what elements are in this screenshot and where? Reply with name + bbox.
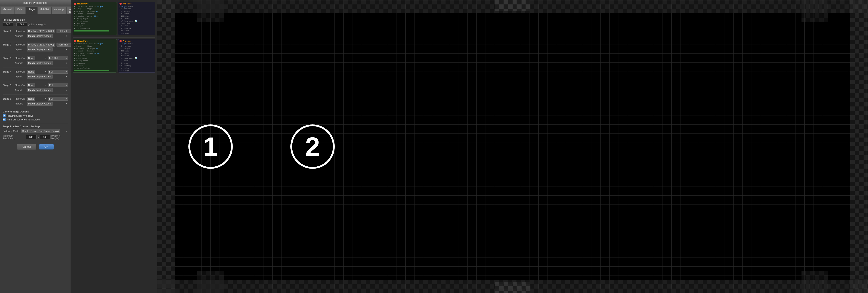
max-width-input[interactable] <box>26 135 37 139</box>
stage-5-display-wrapper: None <box>27 83 47 87</box>
stage-3-aspect-label: Aspect: <box>14 62 26 64</box>
tab-midinet[interactable]: Midi/Net <box>37 7 51 14</box>
size-separator: × <box>14 23 16 26</box>
stage-2-position-select[interactable]: Right Half <box>57 42 71 47</box>
tab-stage[interactable]: Stage <box>26 7 37 14</box>
stage-4-aspect-select[interactable]: Match Display Aspect <box>27 75 53 79</box>
stage-1-position-select[interactable]: Left Half <box>57 29 71 33</box>
mp1-title: Movie Player <box>77 3 89 5</box>
mp1-id: ● 1:0210a movie video out vid-gpu <box>74 5 116 7</box>
proj2-row7: ● 0 blend <box>120 59 154 62</box>
max-height-input[interactable] <box>40 135 51 139</box>
stage-4-position-wrapper: Full <box>48 70 68 74</box>
stage-2-label: Stage 2 <box>3 43 13 46</box>
stage-2-display-select[interactable]: Display 2 (1920 x 1200) <box>27 42 55 47</box>
stage-4-display-wrapper: None <box>27 70 47 74</box>
mp1-row1: ● 1 stage trigger <box>74 7 116 10</box>
mp2-row10: ● perform/optimize <box>74 67 116 69</box>
tab-general[interactable]: General <box>1 7 14 14</box>
mp2-icon <box>74 40 76 42</box>
general-options-title: General Stage Options <box>3 110 68 113</box>
center-top-deco <box>495 0 530 11</box>
proj2-row0: ● vid-gpu video <box>120 43 154 45</box>
mp2-row3: ● 1 speed loop end <box>74 50 116 52</box>
stage-5-position-select[interactable]: Full <box>48 83 68 87</box>
stage-1-position-wrapper: Left Half <box>57 29 71 33</box>
stage-2-place-label: Place On: <box>14 43 26 46</box>
hide-cursor-label: Hide Cursor When Full Screen <box>7 118 40 121</box>
stage-6-position-select[interactable]: Full <box>48 97 68 101</box>
max-res-row: Maximum Resolution: × (Width x Height) <box>3 135 68 140</box>
cancel-button[interactable]: Cancel <box>17 144 36 149</box>
preview-height-input[interactable] <box>17 22 27 26</box>
window-title: Isadora Preferences <box>0 0 71 6</box>
buffering-mode-row: Buffering Mode: Single (Faster, One Fram… <box>3 129 68 133</box>
stage-5-row: Stage 5 Place On: None Full Aspect: <box>3 83 68 94</box>
stage-grid-bg <box>157 0 868 293</box>
preview-size-title: Preview Stage Size <box>3 19 68 21</box>
mp1-row9: ● perform/optimize <box>74 27 116 29</box>
stage-preview-area: 1 2 <box>157 0 868 293</box>
stage-4-aspect-label: Aspect: <box>14 75 26 78</box>
stage-circle-1-number: 1 <box>203 131 218 162</box>
stage-3-aspect-select[interactable]: Match Display Aspect <box>27 61 53 65</box>
stage-3-display-select[interactable]: None <box>27 56 35 60</box>
stage-3-aspect-row: Aspect: Match Display Aspect <box>3 61 68 65</box>
node-editor-panel: Movie Player ● 1:0210a movie video out v… <box>71 0 157 293</box>
floating-windows-row: Floating Stage Windows <box>3 114 68 117</box>
proj1-row11: ● n/a stage <box>120 32 154 34</box>
proj2-title: Projector <box>123 40 131 42</box>
mp1-row8: ● n/a gain <box>74 25 116 27</box>
mp1-row6: ● off loop enable <box>74 20 116 22</box>
mp1-icon <box>74 3 76 5</box>
stage-5-position-wrapper: Full <box>48 83 68 87</box>
mp2-title: Movie Player <box>77 40 89 42</box>
stage-1-display-select[interactable]: Display 2 (1920 x 1200) <box>27 29 55 33</box>
mp2-progress-bar <box>74 70 109 71</box>
stage-4-position-select[interactable]: Full <box>48 70 68 74</box>
stage-3-aspect-wrapper: Match Display Aspect <box>27 61 68 65</box>
proj2-row1: ● 0 horz pos <box>120 45 154 47</box>
preview-width-input[interactable] <box>3 22 13 26</box>
bottom-right-deco <box>802 271 828 293</box>
stage-5-display-select[interactable]: None <box>27 83 35 87</box>
mp2-row4: ● 0 position position 90.582 <box>74 52 116 55</box>
stage-1-aspect-select[interactable]: Match Display Aspect <box>27 34 53 38</box>
stage-3-position-select[interactable]: Left Half <box>48 56 68 60</box>
max-res-dim-label: (Width x Height) <box>52 135 68 140</box>
mp2-row7: ● off loop enable <box>74 59 116 62</box>
right-deco-blocks <box>850 0 868 293</box>
stage-2-aspect-select[interactable]: Match Display Aspect <box>27 48 53 52</box>
floating-windows-checkbox[interactable] <box>3 114 5 117</box>
stage-1-display-wrapper: Display 2 (1920 x 1200) <box>27 29 55 33</box>
stage-4-display-select[interactable]: None <box>27 70 35 74</box>
hide-cursor-row: Hide Cursor When Full Screen <box>3 118 68 121</box>
stage-1-aspect-wrapper: Match Display Aspect <box>27 34 68 38</box>
stage-5-aspect-select[interactable]: Match Display Aspect <box>27 88 53 92</box>
proj2-row3: ● 100 width <box>120 50 154 52</box>
ok-button[interactable]: OK <box>39 144 54 149</box>
proj2-header: Projector <box>120 40 154 42</box>
hide-cursor-checkbox[interactable] <box>3 118 5 121</box>
stage-5-place-label: Place On: <box>14 84 26 87</box>
mp2-row1: ● 2 stage trigger <box>74 45 116 47</box>
proj1-row5: ● 100 zoom <box>120 17 154 20</box>
buffering-mode-select[interactable]: Single (Faster, One Frame Delay) <box>21 129 60 133</box>
stage-6-position-wrapper: Full <box>48 97 68 101</box>
stage-1-aspect-row: Aspect: Match Display Aspect <box>3 34 68 38</box>
projector-2-node: Projector ● vid-gpu video ● 0 horz pos ●… <box>118 39 155 72</box>
stage-1-place-row: Stage 1 Place On: Display 2 (1920 x 1200… <box>3 29 68 33</box>
buffering-mode-wrapper: Single (Faster, One Frame Delay) <box>21 129 68 133</box>
tab-video[interactable]: Video <box>14 7 26 14</box>
mp2-row9: ● n/a gain <box>74 64 116 67</box>
stage-1-label: Stage 1 <box>3 30 13 32</box>
stage-4-label: Stage 4 <box>3 70 13 73</box>
mp2-row8: ● 100 volume <box>74 62 116 64</box>
stage-4-row: Stage 4 Place On: None Full Aspect: <box>3 70 68 81</box>
tab-warnings[interactable]: Warnings <box>52 7 66 14</box>
proj1-row10: ● on active <box>120 29 154 32</box>
floating-windows-label: Floating Stage Windows <box>7 114 33 117</box>
stage-6-display-select[interactable]: None <box>27 97 35 101</box>
stage-6-aspect-select[interactable]: Match Display Aspect <box>27 101 53 106</box>
proj1-icon <box>120 3 122 5</box>
